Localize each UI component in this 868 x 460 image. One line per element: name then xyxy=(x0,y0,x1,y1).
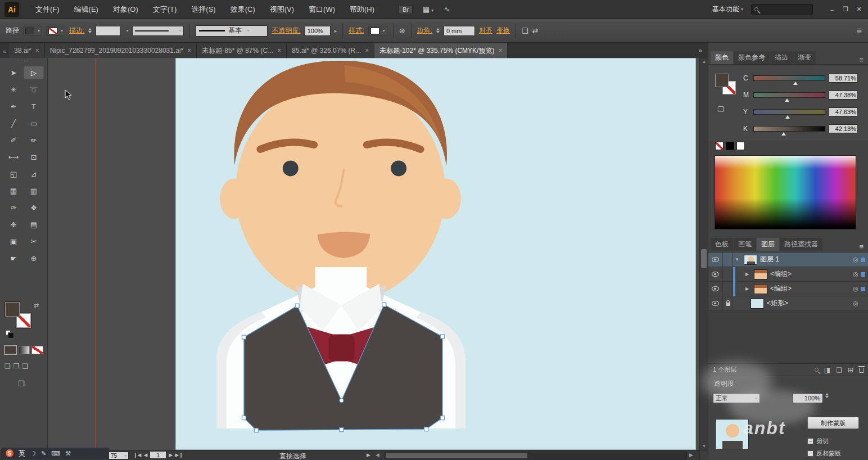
blend-tool[interactable]: ❖ xyxy=(24,201,44,214)
scroll-down-icon[interactable] xyxy=(700,444,708,449)
invert-mask-checkbox[interactable] xyxy=(807,450,813,457)
target-icon[interactable] xyxy=(851,285,861,292)
layer-name[interactable]: <编组> xyxy=(770,269,851,279)
mesh-tool[interactable]: ▦ xyxy=(3,184,24,197)
black-value-field[interactable]: 42.13% xyxy=(829,124,858,133)
document-tab[interactable]: 38.ai*× xyxy=(9,43,45,58)
close-button[interactable]: ✕ xyxy=(855,5,864,14)
new-layer-icon[interactable]: ⊞ xyxy=(848,366,853,374)
clip-checkbox[interactable]: – xyxy=(807,438,813,444)
zoom-field[interactable]: 75 xyxy=(108,452,129,459)
free-transform-tool[interactable]: ⊡ xyxy=(24,150,44,164)
tab-stroke[interactable]: 描边 xyxy=(770,51,793,64)
draw-normal-icon[interactable]: ❏ xyxy=(4,362,11,370)
workspace-switcher[interactable]: 基本功能 xyxy=(712,4,743,14)
artboard-number-field[interactable]: 1 xyxy=(150,451,166,459)
stroke-link[interactable]: 描边: xyxy=(69,26,84,35)
yellow-value-field[interactable]: 47.63% xyxy=(829,107,858,116)
anchor-point[interactable] xyxy=(295,304,299,308)
slider-handle[interactable] xyxy=(781,132,786,136)
panel-toggle-icon[interactable]: ≣ xyxy=(856,26,862,35)
scroll-up-icon[interactable] xyxy=(700,59,708,64)
ruler-guide[interactable] xyxy=(96,58,96,450)
cs-live-icon[interactable]: ∿ xyxy=(444,5,450,13)
slice-tool[interactable]: ✂ xyxy=(24,234,44,248)
horizontal-scrollbar[interactable] xyxy=(385,452,687,459)
default-fill-stroke-icon[interactable] xyxy=(6,330,11,335)
rectangle-tool[interactable]: ▭ xyxy=(24,116,44,130)
delete-layer-icon[interactable] xyxy=(859,368,864,373)
chevron-down-icon[interactable] xyxy=(126,28,128,33)
last-artboard-icon[interactable]: ▶❙ xyxy=(175,452,183,458)
panel-open-arrow[interactable]: ▸ xyxy=(334,28,337,34)
target-icon[interactable] xyxy=(851,300,861,307)
layer-row-rect[interactable]: <矩形> xyxy=(708,296,868,311)
horizontal-scroll-thumb[interactable] xyxy=(386,453,527,458)
width-profile-dropdown[interactable] xyxy=(132,26,184,36)
anchor-point[interactable] xyxy=(440,416,444,420)
layer-row-group-1[interactable]: <编组> xyxy=(708,267,868,282)
cyan-slider[interactable] xyxy=(753,75,825,81)
fill-swatch-dropdown[interactable] xyxy=(23,26,42,36)
hand-tool[interactable]: ☛ xyxy=(3,251,24,265)
scroll-right-icon[interactable] xyxy=(689,452,693,458)
collapse-toolbar-icon[interactable]: « xyxy=(0,48,9,58)
paintbrush-tool[interactable]: ✐ xyxy=(3,133,24,147)
column-graph-tool[interactable]: ▤ xyxy=(24,218,44,231)
expand-toggle-icon[interactable] xyxy=(733,257,741,262)
visibility-toggle[interactable] xyxy=(708,252,723,267)
tab-color[interactable]: 颜色 xyxy=(711,51,733,64)
status-expand-icon[interactable]: ▶ xyxy=(367,452,370,458)
corner-field[interactable]: 0 mm xyxy=(444,26,475,36)
magic-wand-tool[interactable]: ✳ xyxy=(3,83,24,96)
menu-edit[interactable]: 编辑(E) xyxy=(67,0,106,19)
menu-object[interactable]: 对象(O) xyxy=(106,0,146,19)
selection-tool[interactable]: ➤ xyxy=(3,66,24,79)
layer-name[interactable]: <编组> xyxy=(770,284,851,294)
pen-tool[interactable]: ✒ xyxy=(3,100,24,113)
lock-toggle[interactable] xyxy=(723,282,733,296)
target-icon[interactable] xyxy=(851,270,861,278)
slider-handle[interactable] xyxy=(785,98,789,102)
eye-right[interactable] xyxy=(391,160,406,176)
white-swatch[interactable] xyxy=(736,142,745,150)
screen-mode-icon[interactable]: ❐ xyxy=(18,380,25,388)
layer-thumbnail[interactable] xyxy=(754,284,767,294)
restore-button[interactable]: ❐ xyxy=(841,5,850,14)
tab-overflow-icon[interactable]: » xyxy=(698,47,708,58)
draw-behind-icon[interactable]: ❐ xyxy=(13,362,20,370)
shape-builder-tool[interactable]: ◱ xyxy=(3,167,24,181)
target-icon[interactable] xyxy=(851,256,861,263)
fill-proxy-well[interactable] xyxy=(715,74,729,87)
ime-fullhalf-icon[interactable]: ☽ xyxy=(30,450,36,457)
lock-toggle[interactable] xyxy=(723,296,733,311)
color-spectrum[interactable] xyxy=(715,155,856,229)
search-input[interactable] xyxy=(761,6,810,13)
none-button[interactable] xyxy=(31,346,43,354)
layer-row-1[interactable]: 图层 1 xyxy=(708,252,868,267)
menu-window[interactable]: 窗口(W) xyxy=(301,0,342,19)
close-icon[interactable]: × xyxy=(498,47,502,55)
recolor-artwork-icon[interactable]: ⊛ xyxy=(399,26,405,35)
slider-handle[interactable] xyxy=(793,82,798,85)
visibility-toggle[interactable] xyxy=(708,267,723,282)
canvas-area[interactable] xyxy=(48,58,708,450)
transparency-opacity-field[interactable]: 100% xyxy=(793,393,823,403)
ime-pen-icon[interactable]: ✎ xyxy=(41,450,46,457)
lock-toggle[interactable] xyxy=(723,267,733,282)
corner-stepper[interactable] xyxy=(436,28,440,33)
layer-name[interactable]: <矩形> xyxy=(767,299,851,308)
ime-logo[interactable]: S xyxy=(6,449,13,457)
black-slider[interactable] xyxy=(753,126,825,132)
visibility-toggle[interactable] xyxy=(708,282,723,296)
opacity-link[interactable]: 不透明度: xyxy=(272,26,300,35)
gradient-button[interactable] xyxy=(18,346,30,354)
menu-effect[interactable]: 效果(C) xyxy=(223,0,263,19)
none-swatch[interactable] xyxy=(715,142,724,150)
width-tool[interactable]: ⟷ xyxy=(3,150,24,164)
close-icon[interactable]: × xyxy=(35,47,39,55)
layer-row-group-2[interactable]: <编组> xyxy=(708,282,868,296)
style-link[interactable]: 样式: xyxy=(349,26,364,35)
cyan-value-field[interactable]: 58.71% xyxy=(829,74,858,83)
layer-thumbnail[interactable] xyxy=(754,269,767,279)
